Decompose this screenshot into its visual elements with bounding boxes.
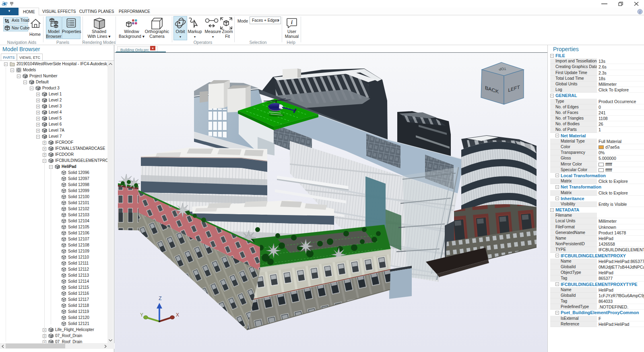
svg-text:Z: Z xyxy=(159,296,161,301)
svg-text:Y: Y xyxy=(140,312,143,318)
svg-text:i: i xyxy=(640,10,641,14)
svg-text:i: i xyxy=(291,19,293,25)
svg-text:TOP: TOP xyxy=(499,66,506,71)
svg-text:X: X xyxy=(176,312,179,318)
